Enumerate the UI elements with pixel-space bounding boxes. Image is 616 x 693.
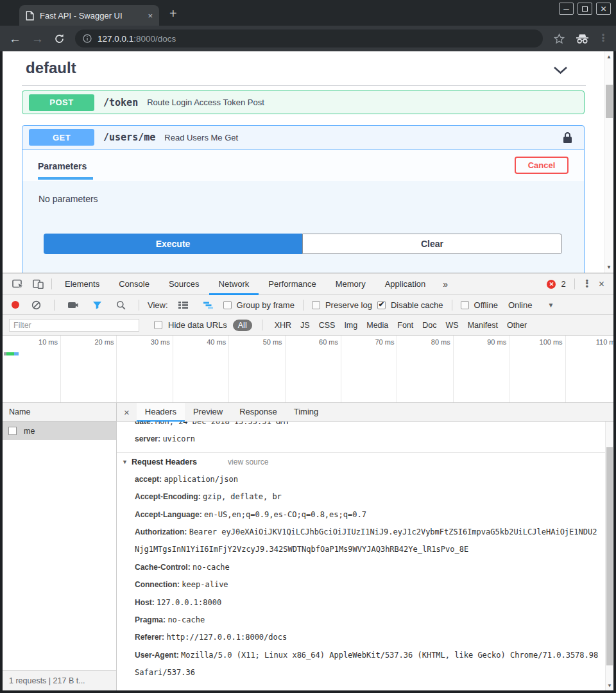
details-scrollbar[interactable]: ▼ <box>605 422 613 690</box>
record-button[interactable] <box>12 301 19 309</box>
header-name: Accept-Language: <box>135 510 202 519</box>
header-name: Authorization: <box>135 527 187 536</box>
filter-type-css[interactable]: CSS <box>319 321 336 330</box>
clear-network-log-icon[interactable] <box>27 300 46 310</box>
cancel-button[interactable]: Cancel <box>515 157 569 174</box>
error-count[interactable]: 2 <box>561 279 565 289</box>
hide-data-urls-checkbox[interactable] <box>154 321 162 329</box>
endpoint-post-token[interactable]: POST /token Route Login Access Token Pos… <box>22 90 585 114</box>
url-bar[interactable]: 127.0.0.1:8000/docs <box>75 30 543 47</box>
divider <box>54 300 55 311</box>
details-tab-response[interactable]: Response <box>231 403 286 422</box>
new-tab-button[interactable]: + <box>169 6 177 21</box>
throttling-select[interactable]: Online <box>508 300 533 310</box>
preserve-log-label[interactable]: Preserve log <box>325 300 372 310</box>
browser-tab[interactable]: Fast API - Swagger UI × <box>19 5 159 26</box>
header-name: accept: <box>135 475 162 484</box>
filter-type-font[interactable]: Font <box>397 321 413 330</box>
page-scrollbar[interactable]: ▲ ▼ <box>604 51 613 273</box>
execute-button[interactable]: Execute <box>44 234 302 254</box>
section-divider <box>22 85 586 86</box>
info-icon[interactable] <box>83 34 92 43</box>
chevron-down-icon[interactable]: ▼ <box>547 302 554 309</box>
filter-type-media[interactable]: Media <box>366 321 388 330</box>
parameters-tab[interactable]: Parameters <box>38 151 93 180</box>
capture-screenshots-icon[interactable] <box>63 301 83 309</box>
timeline-tick-label: 20 ms <box>57 338 114 346</box>
window-close-button[interactable]: ✕ <box>596 3 611 15</box>
group-by-frame-label[interactable]: Group by frame <box>237 300 295 310</box>
window-maximize-button[interactable] <box>578 3 592 15</box>
group-by-frame-checkbox[interactable] <box>223 301 232 309</box>
filter-type-js[interactable]: JS <box>300 321 310 330</box>
filter-funnel-icon[interactable] <box>88 301 107 309</box>
filter-type-xhr[interactable]: XHR <box>275 321 291 330</box>
request-row-me[interactable]: me <box>3 422 116 440</box>
endpoint-get-header[interactable]: GET /users/me Read Users Me Get <box>22 126 584 150</box>
forward-button[interactable]: → <box>31 33 44 45</box>
page-scrollbar-thumb[interactable] <box>606 85 613 118</box>
devtools-tab-sources[interactable]: Sources <box>159 273 209 295</box>
header-row: server: uvicorn <box>117 431 605 448</box>
devtools-tab-memory[interactable]: Memory <box>326 273 375 295</box>
devtools-menu-icon[interactable]: ••• <box>583 280 591 289</box>
network-overview-timeline[interactable]: 10 ms20 ms30 ms40 ms50 ms60 ms70 ms80 ms… <box>3 336 613 403</box>
hide-data-urls-label[interactable]: Hide data URLs <box>168 320 227 330</box>
disable-cache-label[interactable]: Disable cache <box>391 300 443 310</box>
header-row: Cache-Control: no-cache <box>117 559 605 576</box>
devtools-tab-console[interactable]: Console <box>109 273 159 295</box>
large-rows-icon[interactable] <box>173 301 193 309</box>
filter-type-ws[interactable]: WS <box>446 321 459 330</box>
filter-type-doc[interactable]: Doc <box>422 321 436 330</box>
name-column-header[interactable]: Name <box>3 403 116 422</box>
preserve-log-checkbox[interactable] <box>312 301 320 309</box>
header-row: date: Mon, 24 Dec 2018 15:55:51 GMT <box>117 422 605 431</box>
browser-menu-icon[interactable]: ••• <box>599 34 607 43</box>
url-text: 127.0.0.1:8000/docs <box>98 33 176 44</box>
tab-close-icon[interactable]: × <box>148 11 153 21</box>
offline-label[interactable]: Offline <box>474 300 498 310</box>
more-tabs-button[interactable]: » <box>435 273 456 295</box>
filter-type-manifest[interactable]: Manifest <box>468 321 498 330</box>
details-tabbar: × HeadersPreviewResponseTiming <box>117 403 613 422</box>
scroll-down-icon[interactable]: ▼ <box>606 683 613 689</box>
show-overview-icon[interactable] <box>198 301 218 309</box>
header-row: accept: application/json <box>117 471 605 488</box>
clear-button[interactable]: Clear <box>302 234 562 254</box>
scroll-up-icon[interactable]: ▲ <box>604 54 613 60</box>
devtools-tab-performance[interactable]: Performance <box>259 273 325 295</box>
error-badge-icon[interactable]: ✕ <box>547 280 556 289</box>
filter-type-img[interactable]: Img <box>344 321 357 330</box>
devtools-tab-application[interactable]: Application <box>375 273 436 295</box>
reload-button[interactable] <box>54 33 65 44</box>
filter-input[interactable] <box>9 319 139 332</box>
details-tab-headers[interactable]: Headers <box>137 403 185 422</box>
filter-type-all[interactable]: All <box>233 320 252 331</box>
details-tab-preview[interactable]: Preview <box>185 403 231 422</box>
lock-icon[interactable] <box>563 132 578 144</box>
disclosure-triangle-icon[interactable]: ▼ <box>122 459 128 465</box>
request-headers-title[interactable]: Request Headers <box>132 458 197 466</box>
search-icon[interactable] <box>112 300 130 310</box>
filter-type-other[interactable]: Other <box>507 321 527 330</box>
details-tab-timing[interactable]: Timing <box>286 403 327 422</box>
window-minimize-button[interactable]: ─ <box>559 3 574 15</box>
back-button[interactable]: ← <box>9 33 21 45</box>
chevron-down-icon[interactable] <box>553 65 568 77</box>
waterfall-download-segment <box>6 352 14 355</box>
scroll-down-icon[interactable]: ▼ <box>604 264 613 270</box>
details-scrollbar-thumb[interactable] <box>606 447 613 665</box>
details-close-button[interactable]: × <box>117 407 137 418</box>
offline-checkbox[interactable] <box>461 301 469 309</box>
devtools-tab-elements[interactable]: Elements <box>55 273 109 295</box>
timeline-tick-label: 110 ms <box>562 338 613 346</box>
bookmark-star-icon[interactable] <box>553 33 565 45</box>
header-row: Host: 127.0.0.1:8000 <box>117 594 605 612</box>
browser-window: Fast API - Swagger UI × + ─ ✕ ← → 127.0.… <box>0 0 616 693</box>
devtools-close-button[interactable]: × <box>596 278 607 290</box>
disable-cache-checkbox[interactable] <box>377 301 386 309</box>
inspect-element-icon[interactable] <box>8 279 28 289</box>
device-toolbar-icon[interactable] <box>28 279 48 289</box>
devtools-tab-network[interactable]: Network <box>209 273 259 295</box>
view-source-link[interactable]: view source <box>228 458 268 466</box>
